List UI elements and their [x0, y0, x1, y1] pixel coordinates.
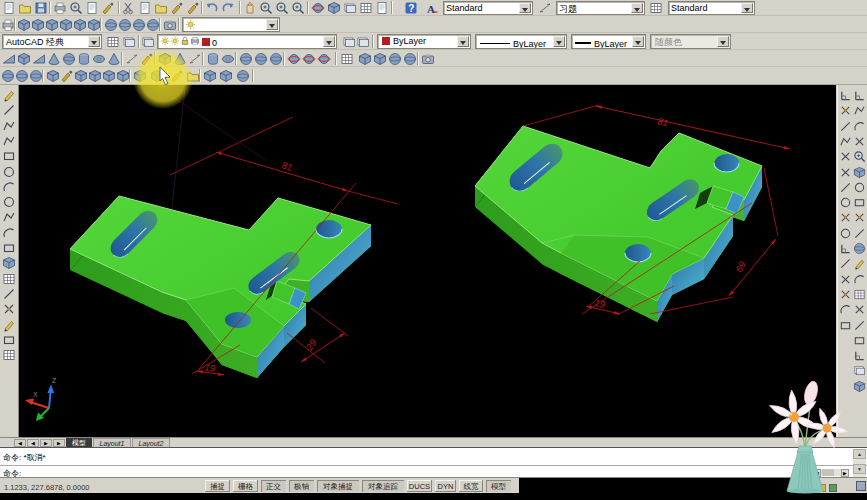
svg-text:?: ? [408, 3, 414, 14]
svg-text:19: 19 [204, 361, 217, 374]
svg-text:19: 19 [594, 297, 607, 310]
svg-text:81: 81 [656, 115, 669, 128]
svg-text:A: A [427, 3, 435, 15]
svg-text:81: 81 [280, 159, 293, 172]
svg-text:X: X [33, 391, 38, 398]
svg-text:69: 69 [733, 259, 748, 274]
svg-text:Z: Z [52, 377, 57, 384]
svg-text:29: 29 [303, 337, 319, 353]
